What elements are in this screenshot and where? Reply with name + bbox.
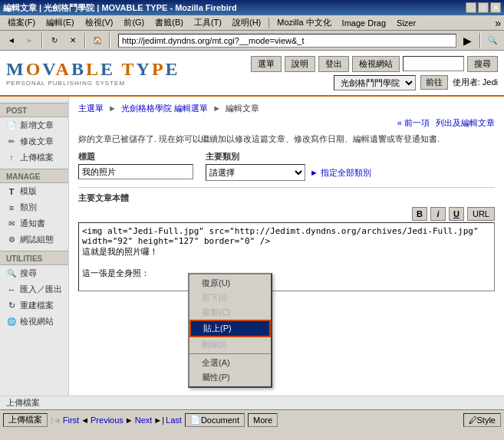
sidebar-section-utilities: UTILITIES [0,251,68,265]
prev-item-link[interactable]: « 前一項 [397,117,430,129]
context-properties[interactable]: 屬性(P) [189,370,271,385]
view-site-icon [6,317,17,327]
sidebar-section-post: POST [0,103,68,117]
sidebar-item-templates[interactable]: 模版 [0,183,68,199]
title-input[interactable] [78,164,193,179]
all-categories-link[interactable]: ► 指定全部類別 [310,167,371,179]
context-delete: 刪除(I) [189,337,271,352]
title-bar: 編輯文章 | 光劍格鬥學院 | MOVABLE TYPE - Mozilla F… [0,0,504,15]
italic-button[interactable]: i [430,207,446,221]
status-more-label[interactable]: More [253,415,272,425]
format-toolbar: B i U URL [78,207,495,221]
status-last[interactable]: Last [166,415,182,425]
sidebar-item-new-post-label: 新增文章 [20,120,54,131]
body-textarea[interactable]: <img alt="Jedi-Full.jpg" src="http://Jed… [78,222,495,291]
nav-menu-btn[interactable]: 選單 [251,56,282,72]
sidebar-footer: 上傳檔案 [0,396,504,409]
sidebar-item-import-export[interactable]: 匯入／匯出 [0,281,68,297]
context-paste[interactable]: 貼上(P) [189,320,271,337]
category-icon [6,202,17,213]
url-button[interactable]: URL [467,207,495,221]
forward-button[interactable]: ► [21,32,38,49]
main-layout: POST 新增文章 修改文章 上傳檔案 MANAGE 模版 類別 通知書 網誌組 [0,97,504,396]
blog-select[interactable]: 光劍格鬥門學院 [334,75,416,90]
go-button[interactable]: ▶ [458,32,476,49]
style-icon: 🖊 [469,415,477,425]
title-group: 標題 [78,151,193,181]
context-cut: 剪下(I) [189,291,271,305]
mt-search-input[interactable] [403,56,464,71]
body-section-label: 主要文章本體 [78,187,495,204]
status-first[interactable]: First [63,415,79,425]
maximize-button[interactable]: □ [478,2,489,13]
mt-subtitle: PERSONAL PUBLISHING SYSTEM [6,80,180,87]
status-upload-label: 上傳檔案 [8,414,42,425]
mt-search-button[interactable]: 搜尋 [467,56,498,72]
new-post-icon [6,120,17,131]
menu-image-drag[interactable]: Image Drag [338,18,390,28]
address-input[interactable] [118,34,456,48]
breadcrumb-sep-1: ► [108,103,117,113]
sidebar-item-rebuild[interactable]: 重建檔案 [0,297,68,314]
menu-mozilla-zh[interactable]: Mozilla 中文化 [272,16,335,29]
sidebar-item-categories[interactable]: 類別 [0,199,68,215]
home-button[interactable]: 🏠 [89,32,106,49]
menu-tools[interactable]: 工具(T) [189,16,226,29]
search-toolbar-button[interactable]: 🔍 [484,32,501,49]
category-select-row: 請選擇 ► 指定全部類別 [206,164,371,181]
category-label: 主要類別 [206,151,371,163]
status-more[interactable]: More [248,413,278,427]
goto-button[interactable]: 前往 [420,75,448,90]
sidebar-item-view-site-label: 檢視網站 [20,316,54,327]
status-next[interactable]: Next [135,415,153,425]
menu-edit[interactable]: 編輯(E) [41,16,79,29]
sidebar-upload-label: 上傳檔案 [6,397,40,409]
sidebar-item-search[interactable]: 搜尋 [0,265,68,281]
nav-sep-3: ►| [153,415,164,425]
config-icon [6,235,17,245]
menu-help[interactable]: 說明(H) [228,16,265,29]
underline-button[interactable]: U [449,207,464,221]
menu-bookmarks[interactable]: 書籤(B) [150,16,188,29]
toolbar-sep-1 [41,33,43,48]
back-button[interactable]: ◄ [3,32,20,49]
menu-expand[interactable]: » [495,17,501,29]
toolbar-sep-2 [84,33,86,48]
breadcrumb-current: 編輯文章 [226,103,259,113]
status-previous[interactable]: Previous [91,415,124,425]
bold-button[interactable]: B [412,207,427,221]
status-style: 🖊 Style [463,413,501,427]
window-controls[interactable]: _ □ ✕ [466,2,501,13]
breadcrumb-blog[interactable]: 光劍格格學院 編輯選單 [121,103,208,113]
rebuild-icon [6,300,17,311]
reload-button[interactable]: ↻ [46,32,63,49]
menu-sizer[interactable]: Sizer [392,18,420,28]
save-message: 妳的文章已被儲存了. 現在妳可以繼續加以修改這篇文章、修改寫作日期、編輯遺響或寄… [78,133,495,145]
breadcrumb: 主選單 ► 光劍格格學院 編輯選單 ► 編輯文章 [78,103,495,114]
sidebar-item-upload[interactable]: 上傳檔案 [0,149,68,166]
status-document-label: Document [201,415,239,425]
nav-logout-btn[interactable]: 登出 [318,56,349,72]
menu-file[interactable]: 檔案(F) [3,16,40,29]
sidebar-item-edit-post[interactable]: 修改文章 [0,133,68,149]
status-bar: 上傳檔案 |◄ First ◄ Previous ► Next ►| Last … [0,409,504,429]
list-edit-link[interactable]: 列出及編輯文章 [436,117,495,129]
menu-view[interactable]: 檢視(V) [81,16,118,29]
context-menu: 復原(U) 剪下(I) 複製(C) 貼上(P) 刪除(I) 全選(A) 屬性(P… [188,273,272,388]
menu-go[interactable]: 前(G) [119,16,149,29]
nav-view-site-btn[interactable]: 檢視網站 [352,56,400,72]
sidebar-item-new-post[interactable]: 新增文章 [0,117,68,133]
minimize-button[interactable]: _ [466,2,476,13]
stop-button[interactable]: ✕ [64,32,81,49]
sidebar-item-view-site[interactable]: 檢視網站 [0,314,68,330]
category-select[interactable]: 請選擇 [206,164,305,181]
status-document: 📄 Document [185,413,245,427]
close-button[interactable]: ✕ [490,2,501,13]
context-select-all[interactable]: 全選(A) [189,356,271,370]
breadcrumb-home[interactable]: 主選單 [78,103,104,113]
mt-logo: MOVABLE TYPE [6,59,180,80]
sidebar-item-config[interactable]: 網誌組態 [0,231,68,248]
context-undo[interactable]: 復原(U) [189,276,271,291]
nav-help-btn[interactable]: 說明 [285,56,315,72]
sidebar-item-notifications[interactable]: 通知書 [0,215,68,231]
